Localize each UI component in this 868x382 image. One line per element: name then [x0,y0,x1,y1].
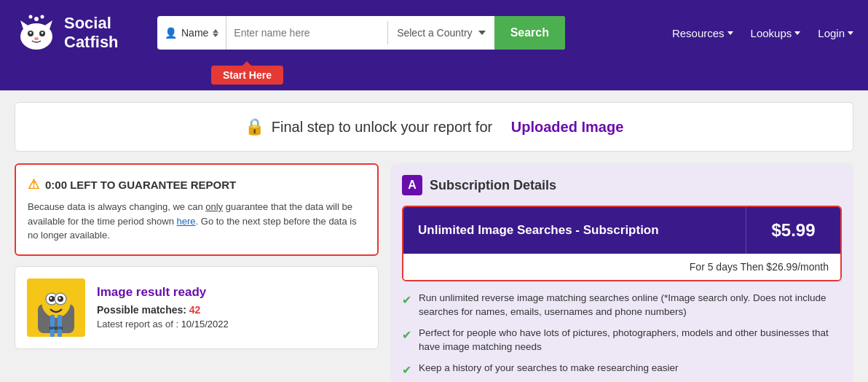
lookups-link[interactable]: Lookups [751,27,801,39]
logo-text: Social Catfish [64,14,119,52]
result-thumbnail: MINION [27,278,85,337]
navbar: Social Catfish 👤 Name Select a Country S… [0,0,868,66]
possible-matches: Possible matches: 42 [97,304,366,316]
login-chevron-icon [848,31,853,35]
plan-row: Unlimited Image Searches - Subscription … [402,206,842,281]
left-column: ⚠ 0:00 LEFT TO GUARANTEE REPORT Because … [15,163,379,382]
svg-text:MINION: MINION [50,326,63,330]
warning-icon: ⚠ [28,176,39,192]
feature-item-1: ✔ Run unlimited reverse image matching s… [402,292,842,319]
country-label: Select a Country [397,27,473,39]
check-icon-1: ✔ [402,292,411,308]
lookups-chevron-icon [794,31,800,35]
guarantee-text: Because data is always changing, we can … [28,200,366,243]
image-result-title: Image result ready [97,285,366,300]
report-date: 10/15/2022 [181,319,229,330]
person-icon: 👤 [165,27,177,39]
right-column: A Subscription Details Unlimited Image S… [390,163,853,382]
plan-top: Unlimited Image Searches - Subscription … [403,207,840,254]
guarantee-header: ⚠ 0:00 LEFT TO GUARANTEE REPORT [28,176,366,192]
svg-point-5 [34,37,39,40]
features-list: ✔ Run unlimited reverse image matching s… [402,292,842,378]
plan-price: $5.99 [746,207,840,254]
image-result-box: MINION Image result ready Possible match… [15,266,379,349]
unlock-text-highlight: Uploaded Image [511,119,623,136]
feature-text-3: Keep a history of your searches to make … [419,362,678,375]
svg-point-18 [50,297,52,299]
logo-icon [15,13,58,53]
subscription-title: Subscription Details [430,178,556,193]
nav-links: Resources Lookups Login [672,27,853,39]
svg-point-19 [59,297,61,299]
search-type-label: Name [181,27,208,39]
lock-icon: 🔒 [245,117,264,136]
resources-link[interactable]: Resources [672,27,733,39]
main-content: 🔒 Final step to unlock your report for U… [0,90,868,382]
plan-note: For 5 days Then $26.99/month [403,254,840,280]
login-link[interactable]: Login [818,27,853,39]
unlock-text-prefix: Final step to unlock your report for [272,119,492,136]
feature-text-2: Perfect for people who have lots of pict… [419,327,842,354]
logo: Social Catfish [15,13,146,53]
search-input[interactable] [226,16,387,50]
subscription-header: A Subscription Details [402,175,842,195]
plan-name: Unlimited Image Searches - Subscription [403,207,746,254]
svg-point-9 [29,15,33,18]
search-type-selector[interactable]: 👤 Name [157,16,226,50]
guarantee-title: 0:00 LEFT TO GUARANTEE REPORT [45,179,236,191]
check-icon-3: ✔ [402,362,411,378]
subscription-icon: A [402,175,422,195]
unlock-banner: 🔒 Final step to unlock your report for U… [15,102,853,152]
resources-chevron-icon [727,31,733,35]
search-button[interactable]: Search [494,16,565,50]
svg-point-8 [34,17,39,21]
minion-svg: MINION [27,278,85,337]
check-icon-2: ✔ [402,327,411,343]
two-col-layout: ⚠ 0:00 LEFT TO GUARANTEE REPORT Because … [15,163,853,382]
svg-point-4 [42,31,44,34]
svg-point-3 [30,31,32,34]
svg-point-10 [41,15,44,18]
arrow-up-icon [213,29,218,33]
search-type-arrows [213,29,218,37]
chevron-down-icon [478,31,486,35]
feature-item-3: ✔ Keep a history of your searches to mak… [402,362,842,378]
latest-report: Latest report as of : 10/15/2022 [97,319,366,330]
start-here-container: Start Here [0,66,868,90]
arrow-down-icon [213,34,218,37]
search-bar: 👤 Name Select a Country Search [157,16,565,50]
feature-text-1: Run unlimited reverse image matching sea… [419,292,842,319]
guarantee-box: ⚠ 0:00 LEFT TO GUARANTEE REPORT Because … [15,163,379,256]
matches-count: 42 [189,304,201,316]
image-result-info: Image result ready Possible matches: 42 … [97,285,366,330]
start-here-button[interactable]: Start Here [211,66,283,85]
subscription-box: A Subscription Details Unlimited Image S… [390,163,853,382]
country-select[interactable]: Select a Country [388,16,494,50]
feature-item-2: ✔ Perfect for people who have lots of pi… [402,327,842,354]
